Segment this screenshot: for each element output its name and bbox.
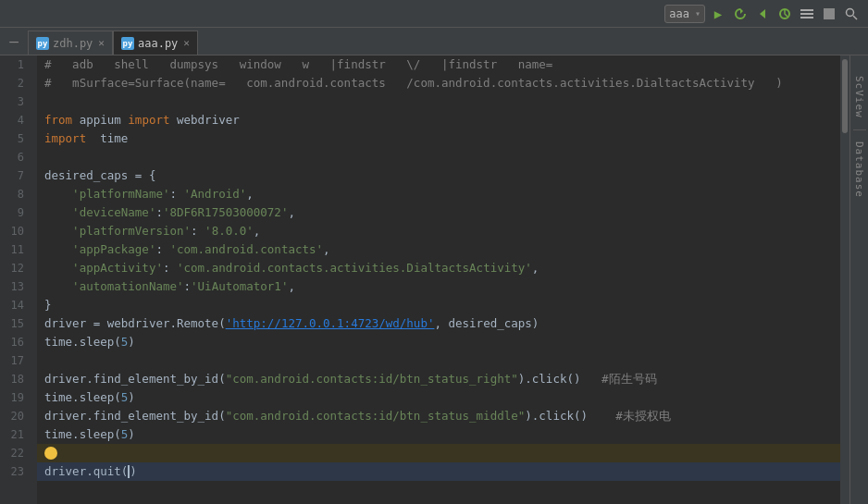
token-comment: #陌生号码 [601, 370, 657, 388]
token-plain: webdriver [169, 111, 239, 129]
token-indent [44, 185, 72, 203]
token-string: 'automationName' [72, 277, 183, 296]
line-number: 20 [0, 407, 30, 425]
scrollbar-track[interactable] [840, 55, 849, 504]
token-string: 'deviceName' [72, 203, 155, 222]
token-comment: #未授权电 [615, 407, 671, 425]
line-number: 16 [0, 333, 30, 351]
svg-rect-3 [800, 17, 813, 18]
token-plain: , [288, 277, 295, 296]
token-plain: desired_caps = { [44, 166, 155, 185]
token-string: 'com.android.contacts.activities.Dialtac… [177, 259, 532, 277]
token-plain: ) [128, 333, 135, 351]
search-button[interactable] [842, 5, 861, 23]
token-string: 'Android' [184, 185, 247, 203]
token-indent [44, 203, 72, 222]
token-plain: , [254, 222, 261, 240]
line-number: 10 [0, 222, 30, 240]
token-keyword: import [44, 129, 86, 148]
token-plain: ) [128, 425, 135, 444]
line-number: 17 [0, 351, 30, 370]
line-number: 19 [0, 388, 30, 407]
coverage-button[interactable] [775, 5, 794, 23]
tab-zdh[interactable]: py zdh.py ✕ [28, 31, 113, 55]
line-number: 18 [0, 370, 30, 388]
svg-rect-4 [824, 8, 835, 19]
tabbar: — py zdh.py ✕ py aaa.py ✕ [0, 28, 868, 55]
token-string: '8.0.0' [205, 222, 254, 240]
code-area: 1234567891011121314151617181920212223 # … [0, 55, 849, 504]
run-config-label: aaa [669, 7, 689, 20]
code-line: driver.find_element_by_id("com.android.c… [37, 370, 840, 388]
token-plain: : [155, 203, 163, 222]
line-number: 23 [0, 462, 30, 481]
line-number: 4 [0, 111, 30, 129]
minimize-button[interactable]: — [0, 27, 28, 55]
code-line: # mSurface=Surface(name= com.android.con… [37, 74, 840, 92]
code-line: from appium import webdriver [37, 111, 840, 129]
code-line: 'appPackage': 'com.android.contacts', [37, 240, 840, 259]
token-plain: : [169, 185, 183, 203]
token-plain: ) [130, 462, 137, 481]
chevron-down-icon[interactable]: ▾ [695, 8, 701, 18]
line-number: 6 [0, 148, 30, 166]
token-string: 'appPackage' [72, 240, 155, 259]
scview-label[interactable]: ScView [851, 70, 867, 124]
token-plain: driver.find_element_by_id( [44, 370, 226, 388]
token-string: 'platformVersion' [72, 222, 191, 240]
stop-button[interactable] [820, 5, 838, 23]
tab-label-zdh: zdh.py [53, 37, 93, 50]
code-content[interactable]: # adb shell dumpsys window w |findstr \/… [37, 55, 840, 504]
code-line: time.sleep(5) [37, 425, 840, 444]
run-button[interactable]: ▶ [709, 5, 727, 23]
tab-close-aaa[interactable]: ✕ [183, 37, 190, 49]
code-line: import time [37, 129, 840, 148]
token-plain: , [246, 185, 254, 203]
layout-button[interactable] [798, 5, 816, 23]
line-number: 2 [0, 74, 30, 92]
code-line [37, 148, 840, 166]
token-number: 5 [121, 333, 129, 351]
svg-point-5 [847, 8, 854, 16]
token-indent [44, 222, 72, 240]
token-number: 5 [121, 388, 129, 407]
code-line: driver = webdriver.Remote('http://127.0.… [37, 314, 840, 333]
editor[interactable]: 1234567891011121314151617181920212223 # … [0, 55, 849, 504]
token-url: 'http://127.0.0.1:4723/wd/hub' [226, 314, 435, 333]
token-plain: ) [128, 388, 135, 407]
tab-aaa[interactable]: py aaa.py ✕ [113, 31, 198, 55]
token-comment: # adb shell dumpsys window w |findstr \/… [44, 55, 552, 74]
reload-button[interactable] [731, 5, 750, 23]
token-plain: time.sleep( [44, 333, 121, 351]
code-line: # adb shell dumpsys window w |findstr \/… [37, 55, 840, 74]
token-string: 'appActivity' [72, 259, 163, 277]
line-number: 15 [0, 314, 30, 333]
svg-rect-2 [800, 13, 813, 15]
line-number: 21 [0, 425, 30, 444]
code-line: time.sleep(5) [37, 333, 840, 351]
back-button[interactable] [753, 5, 772, 23]
token-plain: , desired_caps) [434, 314, 539, 333]
token-indent [44, 277, 72, 296]
token-plain: time.sleep( [44, 425, 121, 444]
scrollbar-thumb[interactable] [842, 59, 848, 133]
toolbar: aaa ▾ ▶ [0, 0, 868, 28]
line-number: 11 [0, 240, 30, 259]
database-label[interactable]: Database [851, 136, 867, 203]
token-plain: : [184, 277, 192, 296]
token-string: '8DF6R17503000072' [163, 203, 288, 222]
token-plain: ).click() [525, 407, 615, 425]
line-number: 5 [0, 129, 30, 148]
tab-close-zdh[interactable]: ✕ [98, 37, 105, 49]
tab-label-aaa: aaa.py [138, 37, 178, 50]
token-plain: : [163, 259, 177, 277]
line-numbers: 1234567891011121314151617181920212223 [0, 55, 37, 504]
token-plain: appium [72, 111, 128, 129]
line-number: 3 [0, 92, 30, 111]
token-keyword: import [128, 111, 169, 129]
token-plain: driver.find_element_by_id( [44, 407, 226, 425]
py-icon-zdh: py [36, 37, 49, 50]
code-line: } [37, 296, 840, 314]
line-number: 7 [0, 166, 30, 185]
token-keyword: from [44, 111, 72, 129]
